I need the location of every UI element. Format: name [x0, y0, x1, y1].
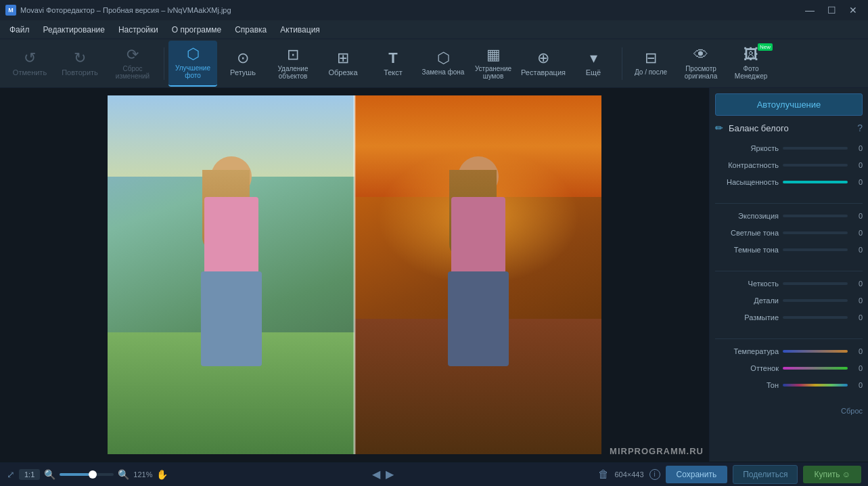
restore-button[interactable]: ⊕ Реставрация	[519, 41, 568, 87]
tone-green-slider[interactable]	[783, 367, 848, 370]
girl-overalls-before	[201, 271, 262, 366]
zoom-minus-icon[interactable]: 🔍	[44, 469, 55, 480]
shadows-row: Темные тона 0	[715, 243, 863, 257]
auto-enhance-button[interactable]: Автоулучшение	[715, 93, 863, 116]
blur-slider[interactable]	[783, 316, 848, 319]
divider-3	[715, 338, 863, 339]
prev-image-button[interactable]: ◀	[372, 468, 380, 481]
sharpness-slider[interactable]	[783, 282, 848, 285]
erase-icon: ⊡	[287, 47, 299, 62]
undo-button[interactable]: Отменить	[5, 41, 54, 87]
status-right: 🗑 604×443 i Сохранить Поделиться Купить …	[598, 465, 861, 484]
redo-button[interactable]: Повторить	[55, 41, 104, 87]
text-button[interactable]: T Текст	[369, 41, 417, 87]
sharpness-row: Четкость 0	[715, 277, 863, 290]
replace-bg-button[interactable]: ⬡ Замена фона	[419, 41, 467, 87]
contrast-slider[interactable]	[783, 164, 848, 167]
zoom-plus-icon[interactable]: 🔍	[118, 469, 129, 480]
undo-icon	[24, 51, 36, 66]
detail-label: Детали	[715, 296, 783, 305]
crop-button[interactable]: ⊞ Обрезка	[319, 41, 367, 87]
before-photo	[108, 95, 355, 454]
delete-icon[interactable]: 🗑	[598, 468, 609, 481]
new-badge: New	[758, 43, 773, 51]
before-canvas	[108, 95, 355, 454]
denoise-button[interactable]: ▦ Устранение шумов	[469, 41, 518, 87]
split-view	[108, 95, 601, 454]
view-original-button[interactable]: 👁 Просмотр оригинала	[677, 41, 725, 87]
share-button[interactable]: Поделиться	[733, 465, 798, 484]
buy-button[interactable]: Купить ☺	[803, 466, 861, 483]
highlights-slider[interactable]	[783, 231, 848, 234]
window-controls: — ☐ ✕	[800, 3, 863, 17]
before-after-icon: ⊟	[645, 51, 657, 66]
temperature-slider[interactable]	[783, 350, 848, 353]
replace-bg-icon: ⬡	[437, 51, 450, 66]
retouch-button[interactable]: ⊙ Ретушь	[219, 41, 267, 87]
manager-icon: 🖼	[744, 47, 758, 62]
blur-value: 0	[850, 313, 863, 322]
menu-activate[interactable]: Активация	[273, 22, 327, 37]
enhance-button[interactable]: ⬡ Улучшение фото	[168, 41, 217, 87]
info-icon[interactable]: i	[649, 469, 660, 480]
exposure-value: 0	[850, 212, 863, 220]
exposure-group: Экспозиция 0 Светлые тона 0 Темные тона …	[715, 209, 863, 260]
toolbar: Отменить Повторить Сброс изменений ⬡ Улу…	[0, 39, 868, 88]
maximize-button[interactable]: ☐	[822, 3, 841, 17]
exposure-label: Экспозиция	[715, 212, 783, 220]
reset-button[interactable]: Сброс изменений	[106, 41, 160, 87]
tint-label: Тон	[715, 381, 783, 389]
highlights-row: Светлые тона 0	[715, 226, 863, 240]
shadows-slider[interactable]	[783, 248, 848, 251]
brightness-slider[interactable]	[783, 147, 848, 150]
menu-settings[interactable]: Настройки	[112, 22, 165, 37]
reset-sliders-button[interactable]: Сброс	[841, 407, 863, 415]
after-canvas	[355, 95, 601, 454]
zoom-slider-thumb	[89, 470, 97, 479]
save-button[interactable]: Сохранить	[666, 466, 728, 483]
menu-file[interactable]: Файл	[3, 22, 37, 37]
menu-about[interactable]: О программе	[165, 22, 228, 37]
menubar: Файл Редактирование Настройки О программ…	[0, 20, 868, 39]
photo-manager-button[interactable]: New 🖼 Фото Менеджер	[727, 41, 775, 87]
tone-green-label: Оттенок	[715, 364, 783, 372]
next-image-button[interactable]: ▶	[386, 468, 394, 481]
zoom-slider[interactable]	[60, 473, 114, 476]
close-button[interactable]: ✕	[844, 3, 863, 17]
watermark: MIRPROGRAMM.RU	[610, 446, 704, 456]
toolbar-separator-1	[164, 47, 164, 80]
minimize-button[interactable]: —	[800, 3, 819, 17]
help-button[interactable]: ?	[857, 123, 863, 133]
shadows-label: Темные тона	[715, 246, 783, 254]
temperature-value: 0	[850, 347, 863, 355]
tint-slider[interactable]	[783, 384, 848, 386]
saturation-slider[interactable]	[783, 181, 848, 183]
exposure-slider[interactable]	[783, 215, 848, 217]
menu-edit[interactable]: Редактирование	[37, 22, 112, 37]
zoom-ratio[interactable]: 1:1	[19, 469, 40, 480]
saturation-label: Насыщенность	[715, 178, 783, 186]
more-button[interactable]: ▾ Ещё	[569, 41, 618, 87]
denoise-icon: ▦	[486, 47, 501, 62]
erase-objects-button[interactable]: ⊡ Удаление объектов	[269, 41, 317, 87]
girl-after	[424, 156, 532, 414]
split-divider[interactable]	[354, 95, 356, 454]
detail-slider[interactable]	[783, 299, 848, 302]
fullscreen-icon[interactable]: ⤢	[7, 469, 15, 480]
exposure-row: Экспозиция 0	[715, 209, 863, 223]
hand-tool-icon[interactable]: ✋	[156, 469, 168, 480]
zoom-slider-fill	[60, 473, 89, 476]
contrast-label: Контрастность	[715, 161, 783, 169]
canvas-area[interactable]: MIRPROGRAMM.RU	[0, 88, 709, 462]
temperature-label: Температура	[715, 347, 783, 355]
tone-green-value: 0	[850, 364, 863, 372]
more-icon: ▾	[590, 51, 597, 66]
redo-icon	[74, 51, 86, 66]
toolbar-separator-2	[622, 47, 622, 80]
blur-row: Размытие 0	[715, 311, 863, 324]
after-photo	[355, 95, 601, 454]
panel-section-title: Баланс белого	[729, 123, 852, 133]
shadows-value: 0	[850, 246, 863, 254]
menu-help[interactable]: Справка	[228, 22, 273, 37]
before-after-button[interactable]: ⊟ До / после	[626, 41, 675, 87]
